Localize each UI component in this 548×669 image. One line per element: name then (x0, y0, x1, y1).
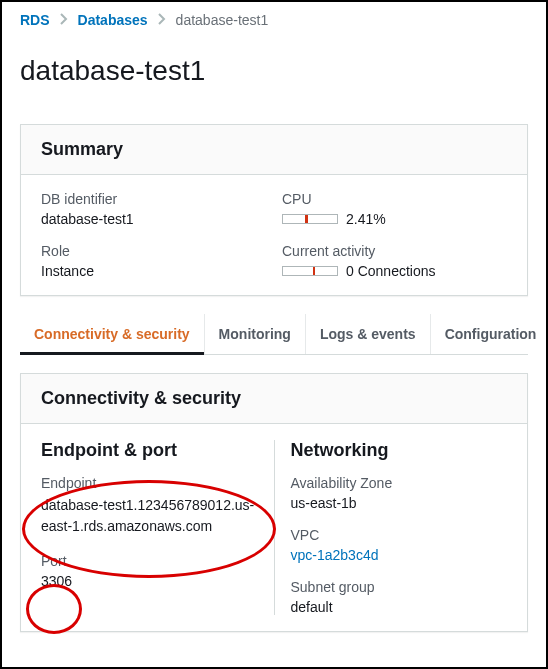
tab-connectivity-security[interactable]: Connectivity & security (20, 314, 205, 354)
db-identifier-label: DB identifier (41, 191, 266, 207)
activity-label: Current activity (282, 243, 507, 259)
tab-configuration[interactable]: Configuration (431, 314, 548, 354)
summary-heading: Summary (21, 125, 527, 175)
subnet-value: default (291, 599, 508, 615)
port-label: Port (41, 553, 258, 569)
az-field: Availability Zone us-east-1b (291, 475, 508, 511)
endpoint-label: Endpoint (41, 475, 258, 491)
breadcrumb-current: database-test1 (176, 12, 269, 28)
tabs: Connectivity & security Monitoring Logs … (20, 314, 528, 355)
endpoint-value: database-test1.123456789012.us-east-1.rd… (41, 495, 258, 537)
tab-monitoring[interactable]: Monitoring (205, 314, 306, 354)
activity-field: Current activity 0 Connections (282, 243, 507, 279)
db-identifier-value: database-test1 (41, 211, 266, 227)
role-value: Instance (41, 263, 266, 279)
breadcrumb: RDS Databases database-test1 (2, 2, 546, 34)
cpu-bar (282, 214, 338, 224)
breadcrumb-link-rds[interactable]: RDS (20, 12, 50, 28)
cpu-value: 2.41% (346, 211, 386, 227)
connectivity-heading: Connectivity & security (21, 374, 527, 424)
cpu-label: CPU (282, 191, 507, 207)
connectivity-panel: Connectivity & security Endpoint & port … (20, 373, 528, 632)
vpc-field: VPC vpc-1a2b3c4d (291, 527, 508, 563)
networking-heading: Networking (291, 440, 508, 461)
vpc-link[interactable]: vpc-1a2b3c4d (291, 547, 379, 563)
cpu-field: CPU 2.41% (282, 191, 507, 227)
summary-panel: Summary DB identifier database-test1 Rol… (20, 124, 528, 296)
db-identifier-field: DB identifier database-test1 (41, 191, 266, 227)
page-title: database-test1 (2, 53, 546, 105)
subnet-label: Subnet group (291, 579, 508, 595)
role-field: Role Instance (41, 243, 266, 279)
chevron-right-icon (158, 12, 166, 28)
vpc-label: VPC (291, 527, 508, 543)
az-label: Availability Zone (291, 475, 508, 491)
port-value: 3306 (41, 573, 258, 589)
chevron-right-icon (60, 12, 68, 28)
port-field: Port 3306 (41, 553, 258, 589)
role-label: Role (41, 243, 266, 259)
activity-value: 0 Connections (346, 263, 436, 279)
endpoint-port-heading: Endpoint & port (41, 440, 258, 461)
endpoint-field: Endpoint database-test1.123456789012.us-… (41, 475, 258, 537)
tab-logs-events[interactable]: Logs & events (306, 314, 431, 354)
az-value: us-east-1b (291, 495, 508, 511)
activity-bar (282, 266, 338, 276)
breadcrumb-link-databases[interactable]: Databases (78, 12, 148, 28)
subnet-field: Subnet group default (291, 579, 508, 615)
